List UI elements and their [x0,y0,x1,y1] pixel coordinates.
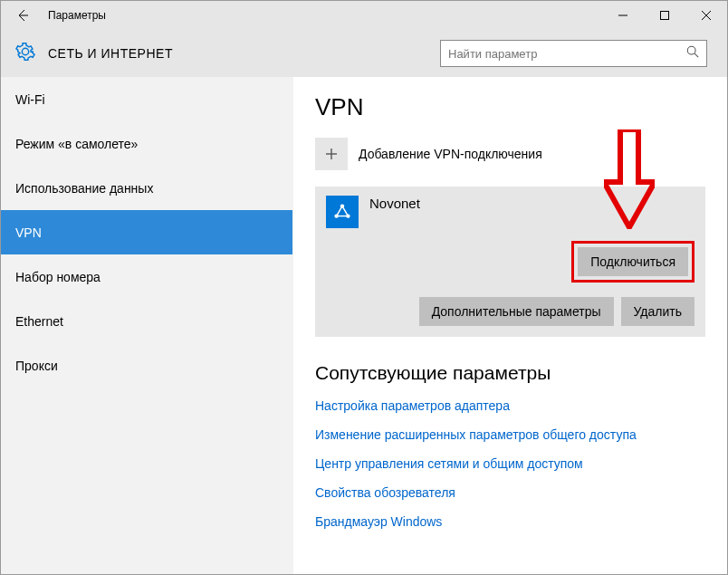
page-header: СЕТЬ И ИНТЕРНЕТ [1,30,727,77]
add-vpn-row[interactable]: Добавление VPN-подключения [315,138,705,170]
sidebar-item-label: VPN [15,225,42,240]
sidebar-item-ethernet[interactable]: Ethernet [1,299,292,343]
search-input[interactable] [448,47,686,61]
annotation-highlight: Подключиться [571,241,694,283]
close-icon [702,11,711,20]
vpn-connection-panel: Novonet Подключиться Дополнительные пара… [315,187,705,337]
vpn-connection-row[interactable]: Novonet [315,187,705,234]
sidebar-item-label: Набор номера [15,270,101,284]
link-firewall[interactable]: Брандмауэр Windows [315,514,705,529]
sidebar-item-wifi[interactable]: Wi-Fi [1,77,292,121]
sidebar: Wi-Fi Режим «в самолете» Использование д… [1,77,293,575]
sidebar-item-dialup[interactable]: Набор номера [1,254,292,299]
back-button[interactable] [1,1,44,30]
svg-line-12 [337,206,342,216]
main-content: VPN Добавление VPN-подключения [293,77,727,575]
sidebar-item-proxy[interactable]: Прокси [1,343,292,388]
link-network-center[interactable]: Центр управления сетями и общим доступом [315,456,705,471]
svg-rect-2 [661,12,669,20]
add-vpn-label: Добавление VPN-подключения [359,147,542,161]
vpn-connection-name: Novonet [369,196,420,211]
sidebar-item-label: Ethernet [15,314,63,329]
related-heading: Сопутсвующие параметры [315,362,705,384]
window-title: Параметры [48,9,106,22]
maximize-button[interactable] [644,1,685,30]
sidebar-item-label: Использование данных [15,181,153,196]
minimize-icon [618,11,627,20]
sidebar-item-label: Прокси [15,359,58,373]
link-internet-options[interactable]: Свойства обозревателя [315,485,705,500]
header-title: СЕТЬ И ИНТЕРНЕТ [48,46,173,61]
delete-button[interactable]: Удалить [621,297,694,326]
connect-button[interactable]: Подключиться [578,247,688,276]
sidebar-item-label: Wi-Fi [15,92,45,107]
svg-line-13 [342,206,348,216]
search-icon [686,45,699,62]
sidebar-item-data-usage[interactable]: Использование данных [1,166,292,210]
link-adapter-settings[interactable]: Настройка параметров адаптера [315,398,705,413]
minimize-button[interactable] [602,1,644,30]
close-button[interactable] [685,1,727,30]
page-title: VPN [315,93,705,121]
title-bar: Параметры [1,1,727,30]
search-box[interactable] [440,40,707,67]
arrow-left-icon [15,8,30,23]
sidebar-item-airplane[interactable]: Режим «в самолете» [1,121,292,166]
sidebar-item-vpn[interactable]: VPN [1,210,292,254]
vpn-icon [326,196,359,228]
svg-line-6 [694,53,698,57]
link-sharing-settings[interactable]: Изменение расширенных параметров общего … [315,427,705,442]
advanced-button[interactable]: Дополнительные параметры [419,297,614,326]
sidebar-item-label: Режим «в самолете» [15,137,138,151]
plus-icon [315,138,348,170]
gear-icon [15,42,35,65]
related-section: Сопутсвующие параметры Настройка парамет… [315,362,705,529]
maximize-icon [660,11,669,20]
svg-point-5 [687,46,695,54]
